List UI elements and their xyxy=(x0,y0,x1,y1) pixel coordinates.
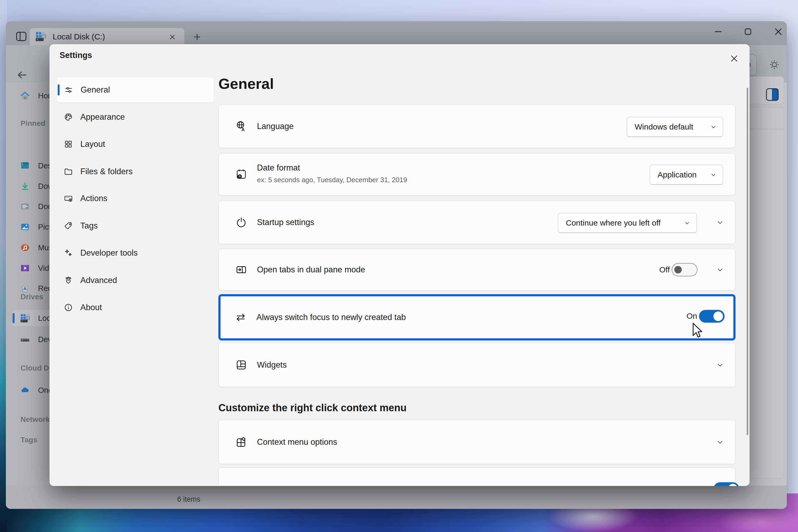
toggle-sidebar-icon[interactable] xyxy=(15,30,28,43)
new-tab-icon[interactable] xyxy=(190,30,204,44)
startup-icon xyxy=(235,216,247,228)
recycle-bin-icon xyxy=(20,283,30,293)
setting-card-startup[interactable]: Startup settings Continue where you left… xyxy=(218,201,736,244)
setting-description: ex: 5 seconds ago, Tuesday, December 31,… xyxy=(257,176,407,184)
layout-icon xyxy=(64,140,73,149)
setting-card-context-menu[interactable]: Context menu options xyxy=(218,420,736,464)
settings-nav-general[interactable]: General xyxy=(57,77,214,103)
chevron-down-icon xyxy=(710,171,717,178)
sidebar-section-pinned[interactable]: Pinned xyxy=(20,119,45,128)
startup-dropdown[interactable]: Continue where you left off xyxy=(558,213,697,233)
items-count: 6 items xyxy=(177,495,200,504)
desktop-icon xyxy=(20,161,30,171)
gear-icon[interactable] xyxy=(768,58,781,71)
dialog-title: Settings xyxy=(60,51,92,60)
section-header: Customize the right click context menu xyxy=(218,402,406,414)
language-dropdown[interactable]: Windows default xyxy=(627,117,723,137)
info-icon xyxy=(64,303,73,312)
chevron-down-icon xyxy=(684,220,690,226)
nav-label: About xyxy=(80,303,102,312)
dropdown-value: Windows default xyxy=(635,122,693,131)
language-icon: A xyxy=(235,120,247,132)
settings-nav-about[interactable]: About xyxy=(57,294,214,321)
dialog-scrollbar-thumb[interactable] xyxy=(747,88,748,435)
partial-toggle[interactable] xyxy=(714,482,739,486)
nav-label: Files & folders xyxy=(80,167,132,176)
setting-card-date-format: Date format ex: 5 seconds ago, Tuesday, … xyxy=(218,153,736,195)
settings-nav-tags[interactable]: Tags xyxy=(57,212,214,240)
home-icon xyxy=(20,91,30,101)
setting-card-switch-focus[interactable]: Always switch focus to newly created tab… xyxy=(218,294,736,341)
setting-card-partial xyxy=(218,467,736,486)
nav-label: Appearance xyxy=(80,112,125,122)
settings-nav-advanced[interactable]: Advanced xyxy=(57,267,214,294)
sidebar-selection-indicator xyxy=(13,313,15,323)
tag-icon xyxy=(64,221,73,230)
documents-icon xyxy=(20,201,30,211)
toggle-knob xyxy=(674,266,682,273)
settings-nav-actions[interactable]: Actions xyxy=(57,185,214,212)
folder-icon xyxy=(64,167,73,176)
dual-pane-icon xyxy=(235,264,247,276)
nav-label: Tags xyxy=(80,221,98,231)
advanced-icon xyxy=(64,276,73,285)
downloads-icon xyxy=(20,181,30,191)
setting-label: Date format xyxy=(257,163,300,173)
svg-text:A: A xyxy=(241,127,244,132)
drive-windows-icon xyxy=(35,31,47,42)
settings-dialog: Settings General Appearance xyxy=(50,44,749,486)
setting-label: Context menu options xyxy=(257,437,337,447)
preview-pane-toggle-icon[interactable] xyxy=(766,88,779,101)
setting-card-dual-pane[interactable]: Open tabs in dual pane mode Off xyxy=(218,249,736,291)
maximize-button[interactable] xyxy=(742,25,754,38)
chevron-down-icon xyxy=(710,124,717,130)
desktop: Local Disk (C:) xyxy=(0,0,798,532)
sidebar-section-drives[interactable]: Drives xyxy=(20,292,43,301)
column-divider xyxy=(761,110,761,128)
window-close-icon[interactable] xyxy=(772,25,785,38)
videos-icon xyxy=(20,263,30,273)
sidebar-section-tags[interactable]: Tags xyxy=(20,436,37,444)
status-bar xyxy=(6,486,787,509)
mouse-cursor xyxy=(691,322,704,339)
nav-label: Developer tools xyxy=(80,248,137,258)
expand-chevron-icon[interactable] xyxy=(714,436,726,448)
expand-chevron-icon[interactable] xyxy=(714,216,726,228)
settings-nav-appearance[interactable]: Appearance xyxy=(57,103,214,131)
settings-nav-files-folders[interactable]: Files & folders xyxy=(57,158,214,185)
back-button[interactable] xyxy=(15,68,29,82)
context-menu-icon xyxy=(235,436,247,448)
expand-chevron-icon[interactable] xyxy=(714,264,726,276)
setting-label: Language xyxy=(257,121,294,131)
dropdown-value: Continue where you left off xyxy=(566,218,661,227)
nav-label: Advanced xyxy=(80,276,117,285)
onedrive-icon xyxy=(20,385,30,395)
sidebar-section-network[interactable]: Network xyxy=(20,415,50,424)
tab-local-disk[interactable]: Local Disk (C:) xyxy=(30,28,184,45)
switch-focus-toggle[interactable] xyxy=(699,310,725,323)
dual-pane-toggle[interactable] xyxy=(672,263,698,277)
tab-close-icon[interactable] xyxy=(167,32,178,42)
toggle-knob xyxy=(728,484,738,486)
minimize-button[interactable] xyxy=(712,25,725,38)
expand-chevron-icon[interactable] xyxy=(714,359,726,371)
general-icon xyxy=(64,86,73,94)
dropdown-value: Application xyxy=(658,170,697,179)
setting-card-widgets[interactable]: Widgets xyxy=(218,343,736,387)
setting-label: Always switch focus to newly created tab xyxy=(256,312,406,322)
widgets-icon xyxy=(235,359,247,371)
page-title: General xyxy=(218,75,274,92)
tab-title: Local Disk (C:) xyxy=(53,32,105,41)
dev-drive-icon xyxy=(20,334,30,344)
nav-label: General xyxy=(81,85,110,95)
dialog-close-icon[interactable] xyxy=(725,50,743,67)
toggle-state-label: On xyxy=(665,311,697,321)
toggle-state-label: Off xyxy=(638,265,670,274)
setting-label: Startup settings xyxy=(257,217,314,227)
local-disk-icon xyxy=(20,313,31,323)
date-format-dropdown[interactable]: Application xyxy=(650,165,723,185)
settings-nav-layout[interactable]: Layout xyxy=(57,131,214,158)
setting-card-language: A Language Windows default xyxy=(218,104,736,148)
date-format-icon xyxy=(235,168,247,180)
settings-nav-developer-tools[interactable]: Developer tools xyxy=(57,240,214,267)
